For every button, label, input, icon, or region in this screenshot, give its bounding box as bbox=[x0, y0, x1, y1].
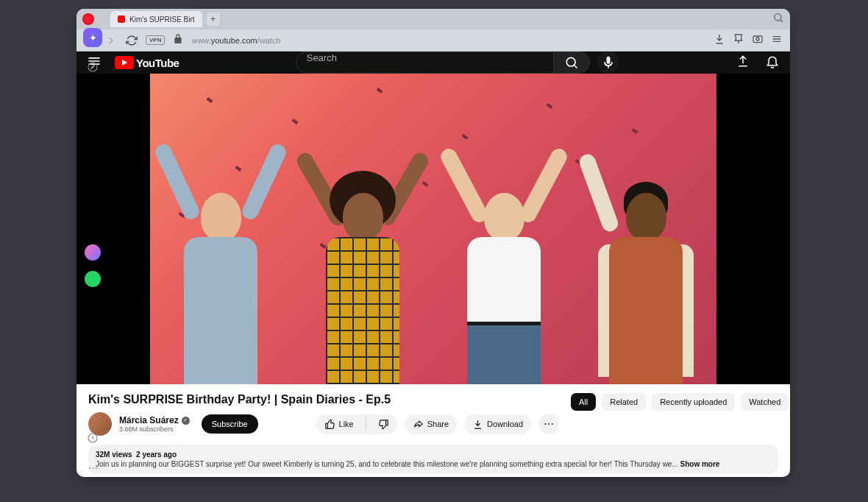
video-player[interactable] bbox=[150, 74, 716, 384]
snapshot-icon[interactable] bbox=[752, 33, 764, 48]
notifications-icon[interactable] bbox=[765, 54, 780, 71]
reload-button[interactable] bbox=[125, 34, 138, 47]
upload-icon[interactable] bbox=[736, 54, 750, 71]
video-title: Kim's SURPRISE Birthday Party! | Spain D… bbox=[88, 393, 559, 406]
forward-button[interactable] bbox=[104, 34, 118, 47]
tab-title: Kim's SUPRISE Birt bbox=[129, 15, 195, 24]
browser-window: Kim's SUPRISE Birt + VPN www.youtube.com… bbox=[77, 9, 790, 477]
microphone-icon bbox=[601, 55, 616, 70]
svg-line-8 bbox=[574, 66, 577, 68]
chip-related[interactable]: Related bbox=[602, 393, 646, 411]
share-icon bbox=[413, 419, 424, 430]
vpn-badge[interactable]: VPN bbox=[146, 35, 165, 45]
address-bar: VPN www.youtube.com/watch bbox=[77, 29, 790, 52]
search-icon bbox=[564, 55, 579, 70]
whatsapp-icon[interactable] bbox=[85, 271, 101, 287]
aria-ai-button[interactable]: ✦ bbox=[83, 28, 102, 47]
chip-watched[interactable]: Watched bbox=[741, 393, 789, 411]
share-button[interactable]: Share bbox=[405, 414, 457, 434]
download-button[interactable]: Download bbox=[464, 414, 531, 434]
youtube-logo-text: YouTube bbox=[136, 57, 179, 69]
youtube-app: YouTube Search bbox=[77, 52, 790, 477]
show-more-button[interactable]: Show more bbox=[680, 460, 720, 468]
youtube-logo[interactable]: YouTube bbox=[115, 56, 179, 69]
more-actions-button[interactable]: ⋯ bbox=[538, 414, 559, 434]
youtube-header: YouTube Search bbox=[77, 52, 790, 74]
description-text: Join us in planning our BIGGEST surprise… bbox=[96, 460, 678, 468]
thumbs-down-icon bbox=[378, 419, 389, 430]
video-stats: 32M views 2 years ago bbox=[96, 450, 771, 459]
chip-recently-uploaded[interactable]: Recently uploaded bbox=[652, 393, 735, 411]
pin-icon[interactable] bbox=[733, 33, 744, 48]
subscribe-button[interactable]: Subscribe bbox=[202, 414, 258, 434]
video-area bbox=[77, 74, 790, 384]
filter-chips: All Related Recently uploaded Watched bbox=[571, 393, 790, 411]
menu-icon[interactable] bbox=[771, 33, 783, 48]
tab-strip: Kim's SUPRISE Birt + bbox=[77, 9, 790, 29]
video-info-section: Kim's SURPRISE Birthday Party! | Spain D… bbox=[77, 384, 790, 477]
thumbs-up-icon bbox=[324, 419, 335, 430]
sidebar-more-icon[interactable]: ⋯ bbox=[83, 458, 102, 477]
speed-dial-icon[interactable] bbox=[83, 57, 102, 77]
channel-name: Márcia Suárez bbox=[119, 415, 179, 425]
svg-point-3 bbox=[756, 38, 759, 40]
search-bar: Search bbox=[296, 52, 590, 74]
search-input[interactable]: Search bbox=[296, 52, 553, 74]
chip-all[interactable]: All bbox=[571, 393, 596, 411]
description-box[interactable]: 32M views 2 years ago Join us in plannin… bbox=[88, 445, 778, 474]
dislike-button[interactable] bbox=[370, 414, 397, 434]
youtube-favicon-icon bbox=[118, 15, 125, 23]
subscriber-count: 3.66M subscribers bbox=[119, 425, 190, 433]
browser-tab[interactable]: Kim's SUPRISE Birt bbox=[110, 11, 202, 27]
like-dislike-pill: Like bbox=[316, 414, 397, 434]
youtube-play-icon bbox=[115, 56, 134, 69]
messenger-icon[interactable] bbox=[85, 244, 101, 261]
svg-marker-10 bbox=[90, 65, 94, 68]
opera-logo-icon[interactable] bbox=[82, 13, 94, 25]
svg-rect-2 bbox=[753, 36, 762, 43]
url-display[interactable]: www.youtube.com/watch bbox=[191, 36, 280, 45]
new-tab-button[interactable]: + bbox=[207, 13, 220, 26]
voice-search-button[interactable] bbox=[597, 52, 619, 74]
search-button[interactable] bbox=[553, 52, 590, 74]
download-icon bbox=[472, 419, 483, 430]
verified-icon: ✓ bbox=[182, 417, 190, 425]
history-icon[interactable] bbox=[83, 428, 102, 448]
opera-sidebar: ✦ ⋯ bbox=[81, 28, 104, 477]
lock-icon[interactable] bbox=[172, 33, 184, 48]
like-button[interactable]: Like bbox=[316, 414, 362, 434]
svg-point-7 bbox=[566, 57, 575, 66]
svg-line-1 bbox=[780, 20, 783, 22]
tab-search-icon[interactable] bbox=[772, 12, 784, 26]
download-icon[interactable] bbox=[714, 33, 725, 48]
svg-point-0 bbox=[775, 14, 781, 21]
